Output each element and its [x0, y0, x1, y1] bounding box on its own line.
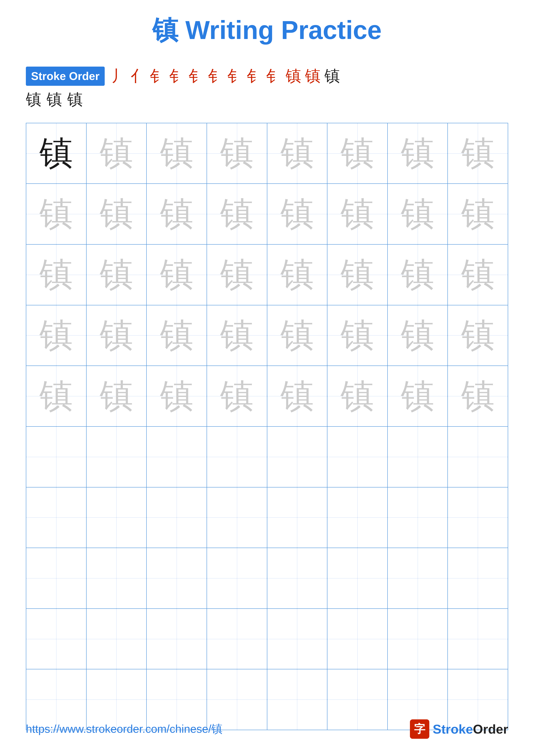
grid-cell-5-1[interactable]: 镇 [26, 366, 87, 426]
grid-cell-1-1[interactable]: 镇 [26, 123, 87, 184]
grid-cell-2-7[interactable]: 镇 [388, 184, 448, 244]
grid-cell-6-2[interactable] [87, 427, 147, 487]
char-display: 镇 [341, 380, 374, 413]
grid-row-6 [26, 427, 508, 487]
char-display: 镇 [401, 258, 434, 291]
char-display: 镇 [100, 258, 133, 291]
grid-cell-2-6[interactable]: 镇 [327, 184, 388, 244]
grid-cell-4-5[interactable]: 镇 [267, 305, 328, 366]
grid-cell-4-6[interactable]: 镇 [327, 305, 388, 366]
grid-cell-3-8[interactable]: 镇 [448, 245, 508, 305]
grid-cell-6-5[interactable] [267, 427, 328, 487]
char-display: 镇 [220, 380, 254, 413]
grid-cell-4-3[interactable]: 镇 [147, 305, 207, 366]
char-display: 镇 [160, 137, 193, 170]
grid-cell-6-4[interactable] [207, 427, 267, 487]
grid-cell-6-7[interactable] [388, 427, 448, 487]
stroke-order-section: Stroke Order 丿 亻 钅 钅 钅 钅 钅 钅 钅 镇 镇 镇 镇 镇… [26, 65, 508, 110]
grid-cell-9-5[interactable] [267, 609, 328, 669]
grid-row-3: 镇 镇 镇 镇 镇 镇 镇 镇 [26, 245, 508, 305]
grid-cell-6-1[interactable] [26, 427, 87, 487]
char-display: 镇 [220, 137, 254, 170]
grid-cell-5-6[interactable]: 镇 [327, 366, 388, 426]
grid-cell-9-7[interactable] [388, 609, 448, 669]
grid-cell-7-3[interactable] [147, 487, 207, 548]
grid-cell-4-4[interactable]: 镇 [207, 305, 267, 366]
grid-cell-9-6[interactable] [327, 609, 388, 669]
char-display: 镇 [39, 380, 73, 413]
grid-cell-2-4[interactable]: 镇 [207, 184, 267, 244]
grid-cell-4-2[interactable]: 镇 [87, 305, 147, 366]
grid-cell-3-7[interactable]: 镇 [388, 245, 448, 305]
grid-row-7 [26, 487, 508, 548]
grid-cell-1-4[interactable]: 镇 [207, 123, 267, 184]
char-display: 镇 [461, 258, 495, 291]
grid-cell-2-2[interactable]: 镇 [87, 184, 147, 244]
grid-cell-1-5[interactable]: 镇 [267, 123, 328, 184]
grid-cell-8-1[interactable] [26, 548, 87, 608]
grid-cell-1-6[interactable]: 镇 [327, 123, 388, 184]
grid-cell-6-6[interactable] [327, 427, 388, 487]
grid-cell-7-6[interactable] [327, 487, 388, 548]
grid-cell-6-3[interactable] [147, 427, 207, 487]
grid-cell-9-4[interactable] [207, 609, 267, 669]
grid-cell-4-8[interactable]: 镇 [448, 305, 508, 366]
char-display: 镇 [160, 319, 193, 352]
grid-cell-6-8[interactable] [448, 427, 508, 487]
char-display: 镇 [160, 258, 193, 291]
grid-cell-9-1[interactable] [26, 609, 87, 669]
grid-cell-5-5[interactable]: 镇 [267, 366, 328, 426]
grid-cell-4-1[interactable]: 镇 [26, 305, 87, 366]
grid-cell-8-4[interactable] [207, 548, 267, 608]
char-display: 镇 [401, 198, 434, 231]
grid-cell-8-8[interactable] [448, 548, 508, 608]
char-display: 镇 [39, 137, 73, 170]
grid-cell-1-7[interactable]: 镇 [388, 123, 448, 184]
char-display: 镇 [401, 137, 434, 170]
grid-cell-2-3[interactable]: 镇 [147, 184, 207, 244]
char-display: 镇 [461, 137, 495, 170]
grid-cell-7-4[interactable] [207, 487, 267, 548]
grid-cell-2-1[interactable]: 镇 [26, 184, 87, 244]
grid-cell-3-4[interactable]: 镇 [207, 245, 267, 305]
grid-cell-7-2[interactable] [87, 487, 147, 548]
stroke-char-6: 钅 [208, 65, 224, 87]
stroke-line2: 镇 镇 镇 [26, 89, 508, 110]
stroke-char-5: 钅 [189, 65, 204, 87]
grid-cell-3-5[interactable]: 镇 [267, 245, 328, 305]
stroke-chars: 丿 亻 钅 钅 钅 钅 钅 钅 钅 镇 镇 镇 [111, 65, 340, 87]
grid-cell-5-7[interactable]: 镇 [388, 366, 448, 426]
grid-cell-4-7[interactable]: 镇 [388, 305, 448, 366]
grid-cell-8-7[interactable] [388, 548, 448, 608]
grid-cell-2-8[interactable]: 镇 [448, 184, 508, 244]
grid-cell-1-3[interactable]: 镇 [147, 123, 207, 184]
grid-cell-8-5[interactable] [267, 548, 328, 608]
stroke-char-11: 镇 [305, 65, 320, 87]
grid-cell-8-2[interactable] [87, 548, 147, 608]
grid-cell-8-3[interactable] [147, 548, 207, 608]
grid-cell-3-1[interactable]: 镇 [26, 245, 87, 305]
grid-cell-3-2[interactable]: 镇 [87, 245, 147, 305]
grid-row-8 [26, 548, 508, 609]
footer-url[interactable]: https://www.strokeorder.com/chinese/镇 [26, 721, 222, 737]
footer-logo-icon: 字 [410, 719, 429, 739]
grid-cell-1-2[interactable]: 镇 [87, 123, 147, 184]
grid-cell-5-8[interactable]: 镇 [448, 366, 508, 426]
grid-cell-5-3[interactable]: 镇 [147, 366, 207, 426]
grid-cell-9-3[interactable] [147, 609, 207, 669]
grid-cell-7-5[interactable] [267, 487, 328, 548]
grid-cell-5-4[interactable]: 镇 [207, 366, 267, 426]
grid-cell-8-6[interactable] [327, 548, 388, 608]
grid-cell-7-8[interactable] [448, 487, 508, 548]
grid-cell-2-5[interactable]: 镇 [267, 184, 328, 244]
grid-cell-1-8[interactable]: 镇 [448, 123, 508, 184]
char-display: 镇 [100, 380, 133, 413]
grid-cell-7-7[interactable] [388, 487, 448, 548]
grid-cell-3-6[interactable]: 镇 [327, 245, 388, 305]
char-display: 镇 [280, 137, 314, 170]
grid-cell-9-8[interactable] [448, 609, 508, 669]
grid-cell-7-1[interactable] [26, 487, 87, 548]
grid-cell-3-3[interactable]: 镇 [147, 245, 207, 305]
grid-cell-5-2[interactable]: 镇 [87, 366, 147, 426]
grid-cell-9-2[interactable] [87, 609, 147, 669]
